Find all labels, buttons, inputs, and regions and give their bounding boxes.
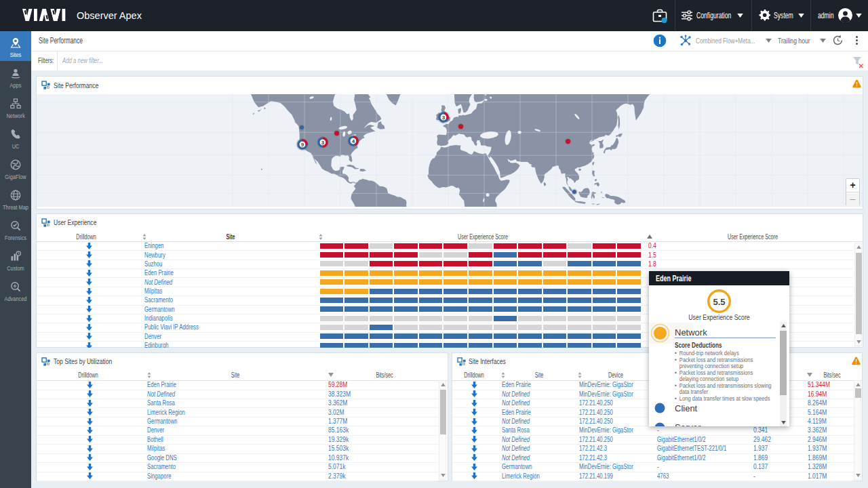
svg-text:9: 9 bbox=[301, 141, 304, 147]
svg-text:3: 3 bbox=[441, 115, 445, 121]
svg-text:5.5: 5.5 bbox=[713, 297, 725, 307]
svg-text:4: 4 bbox=[351, 138, 355, 144]
svg-text:3: 3 bbox=[321, 140, 325, 146]
